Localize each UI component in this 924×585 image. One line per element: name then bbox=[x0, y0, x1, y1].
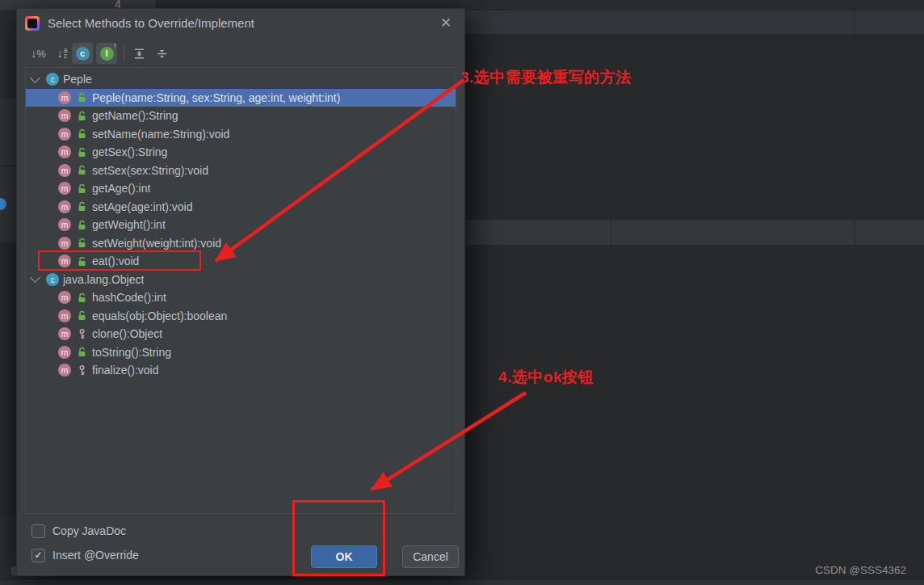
cancel-button[interactable]: Cancel bbox=[402, 545, 459, 568]
public-lock-icon bbox=[76, 347, 87, 357]
public-lock-icon bbox=[76, 310, 87, 321]
sort-by-visibility-icon[interactable]: ↓% bbox=[28, 43, 48, 64]
sort-alphabetically-icon[interactable]: ↓ az bbox=[52, 43, 72, 64]
method-icon: m bbox=[58, 91, 71, 104]
public-lock-icon bbox=[76, 111, 87, 121]
override-implement-dialog: Select Methods to Override/Implement ✕ ↓… bbox=[16, 8, 465, 576]
tree-node-class[interactable]: cPeple bbox=[26, 70, 456, 89]
method-icon: m bbox=[58, 237, 71, 250]
tree-node-method[interactable]: mhashCode():int bbox=[26, 288, 456, 307]
dialog-toolbar: ↓% ↓ az c I bbox=[17, 41, 464, 65]
protected-key-icon bbox=[76, 329, 87, 339]
tree-node-label: equals(obj:Object):boolean bbox=[92, 309, 227, 322]
intellij-logo-icon bbox=[25, 16, 40, 31]
checkbox-label: Copy JavaDoc bbox=[52, 524, 126, 537]
public-lock-icon bbox=[76, 292, 87, 303]
class-icon: c bbox=[46, 273, 59, 286]
tree-node-label: setSex(sex:String):void bbox=[92, 164, 208, 177]
close-icon[interactable]: ✕ bbox=[438, 15, 454, 32]
tree-node-method[interactable]: msetName(name:String):void bbox=[26, 125, 456, 144]
checkbox[interactable] bbox=[32, 524, 45, 538]
annotation-rect-eat-method bbox=[38, 250, 201, 271]
method-tree[interactable]: cPeplemPeple(name:String, sex:String, ag… bbox=[25, 67, 456, 514]
chevron-down-icon[interactable] bbox=[30, 272, 40, 283]
tree-node-method[interactable]: mfinalize():void bbox=[26, 361, 456, 380]
tree-node-label: getAge():int bbox=[92, 182, 150, 195]
public-lock-icon bbox=[76, 183, 87, 194]
interface-filter-icon: I bbox=[100, 47, 114, 61]
tree-node-label: getWeight():int bbox=[92, 218, 166, 231]
tree-node-label: getName():String bbox=[92, 109, 178, 122]
public-lock-icon bbox=[76, 165, 87, 175]
tree-node-label: toString():String bbox=[92, 346, 171, 359]
watermark-text: CSDN @SSS4362 bbox=[815, 564, 906, 576]
tree-node-method[interactable]: mtoString():String bbox=[26, 343, 456, 362]
tree-node-label: clone():Object bbox=[92, 327, 162, 340]
method-icon: m bbox=[58, 309, 71, 322]
annotation-step4-label: 4.选中ok按钮 bbox=[498, 367, 594, 388]
tree-node-method[interactable]: msetAge(age:int):void bbox=[26, 198, 456, 217]
tree-node-method[interactable]: mgetSex():String bbox=[26, 143, 456, 162]
dialog-title: Select Methods to Override/Implement bbox=[48, 16, 254, 30]
protected-key-icon bbox=[76, 365, 87, 376]
public-lock-icon bbox=[76, 128, 87, 139]
class-filter-icon: c bbox=[76, 47, 90, 61]
public-lock-icon bbox=[76, 220, 87, 230]
tree-node-method[interactable]: mclone():Object bbox=[26, 325, 456, 343]
copy-javadoc-row[interactable]: Copy JavaDoc bbox=[32, 524, 126, 538]
tree-node-label: Peple bbox=[63, 73, 92, 86]
checkbox[interactable] bbox=[32, 549, 45, 562]
dialog-title-bar[interactable]: Select Methods to Override/Implement ✕ bbox=[17, 9, 464, 38]
method-icon: m bbox=[58, 200, 71, 213]
checkbox-label: Insert @Override bbox=[52, 549, 139, 562]
tree-node-method[interactable]: msetWeight(weight:int):void bbox=[26, 234, 456, 253]
tree-node-label: finalize():void bbox=[92, 364, 158, 377]
status-bar bbox=[0, 579, 924, 585]
method-icon: m bbox=[58, 182, 71, 195]
method-icon: m bbox=[58, 364, 71, 377]
method-icon: m bbox=[58, 327, 71, 340]
public-lock-icon bbox=[76, 201, 87, 212]
tree-node-label: Peple(name:String, sex:String, age:int, … bbox=[92, 91, 340, 104]
tree-node-label: hashCode():int bbox=[92, 291, 166, 304]
tree-node-label: setAge(age:int):void bbox=[92, 200, 193, 213]
chevron-down-icon[interactable] bbox=[30, 73, 40, 83]
expand-all-icon[interactable] bbox=[130, 43, 148, 64]
method-icon: m bbox=[58, 164, 71, 177]
method-icon: m bbox=[58, 291, 71, 304]
insert-override-row[interactable]: Insert @Override bbox=[32, 548, 139, 562]
show-classes-toggle[interactable]: c bbox=[72, 43, 93, 64]
tree-node-method[interactable]: mPeple(name:String, sex:String, age:int,… bbox=[26, 89, 456, 107]
tree-node-label: java.lang.Object bbox=[63, 273, 144, 286]
method-icon: m bbox=[58, 218, 71, 231]
method-icon: m bbox=[58, 346, 71, 359]
tree-node-method[interactable]: mequals(obj:Object):boolean bbox=[26, 307, 456, 326]
method-icon: m bbox=[58, 109, 71, 122]
tree-node-method[interactable]: msetSex(sex:String):void bbox=[26, 162, 456, 180]
annotation-step3-label: 3.选中需要被重写的方法 bbox=[460, 67, 632, 88]
collapse-all-icon[interactable] bbox=[153, 43, 170, 64]
public-lock-icon bbox=[76, 92, 87, 103]
tree-node-label: setName(name:String):void bbox=[92, 128, 229, 141]
tree-node-label: setWeight(weight:int):void bbox=[92, 237, 221, 250]
public-lock-icon bbox=[76, 238, 87, 248]
class-icon: c bbox=[46, 73, 59, 86]
tree-node-method[interactable]: mgetWeight():int bbox=[26, 216, 456, 234]
public-lock-icon bbox=[76, 147, 87, 158]
tree-node-class[interactable]: cjava.lang.Object bbox=[26, 271, 456, 289]
background-gutter-strip bbox=[0, 10, 17, 579]
annotation-rect-ok-button bbox=[292, 500, 385, 576]
tree-node-method[interactable]: mgetName():String bbox=[26, 107, 456, 125]
method-icon: m bbox=[58, 128, 71, 141]
toolbar-separator bbox=[124, 45, 124, 61]
tree-node-method[interactable]: mgetAge():int bbox=[26, 179, 456, 198]
show-interfaces-toggle[interactable]: I bbox=[96, 43, 117, 64]
method-icon: m bbox=[58, 145, 71, 158]
tree-node-label: getSex():String bbox=[92, 145, 167, 158]
screenshot-root: 4 Terminal Profiler CSDN @SSS4362 Select… bbox=[0, 0, 924, 585]
